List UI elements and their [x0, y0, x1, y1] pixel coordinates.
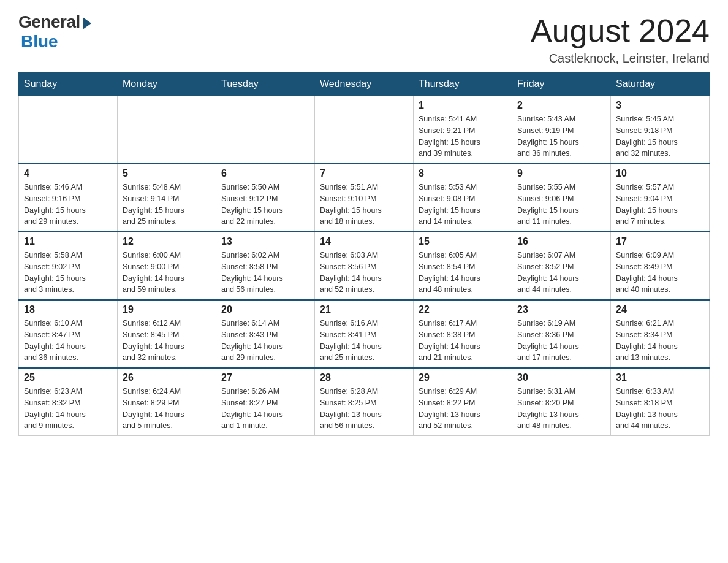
calendar-cell: 9Sunrise: 5:55 AM Sunset: 9:06 PM Daylig… — [512, 164, 611, 232]
calendar-cell: 22Sunrise: 6:17 AM Sunset: 8:38 PM Dayli… — [414, 300, 512, 368]
calendar-cell: 14Sunrise: 6:03 AM Sunset: 8:56 PM Dayli… — [315, 232, 414, 300]
day-number: 27 — [221, 372, 309, 383]
day-info: Sunrise: 6:02 AM Sunset: 8:58 PM Dayligh… — [221, 250, 309, 296]
logo-blue-text: Blue — [21, 32, 58, 51]
day-number: 9 — [517, 168, 605, 179]
day-info: Sunrise: 6:12 AM Sunset: 8:45 PM Dayligh… — [123, 318, 211, 364]
calendar-cell: 31Sunrise: 6:33 AM Sunset: 8:18 PM Dayli… — [611, 368, 710, 436]
day-number: 8 — [419, 168, 507, 179]
day-info: Sunrise: 6:09 AM Sunset: 8:49 PM Dayligh… — [616, 250, 704, 296]
day-number: 11 — [24, 236, 112, 247]
day-number: 26 — [123, 372, 211, 383]
day-info: Sunrise: 6:24 AM Sunset: 8:29 PM Dayligh… — [123, 386, 211, 432]
day-info: Sunrise: 5:41 AM Sunset: 9:21 PM Dayligh… — [419, 113, 507, 159]
day-info: Sunrise: 6:28 AM Sunset: 8:25 PM Dayligh… — [320, 386, 408, 432]
calendar-week-row: 11Sunrise: 5:58 AM Sunset: 9:02 PM Dayli… — [19, 232, 710, 300]
day-number: 25 — [24, 372, 112, 383]
calendar-cell: 29Sunrise: 6:29 AM Sunset: 8:22 PM Dayli… — [414, 368, 512, 436]
day-number: 3 — [616, 100, 704, 111]
day-info: Sunrise: 6:31 AM Sunset: 8:20 PM Dayligh… — [517, 386, 605, 432]
calendar-cell: 27Sunrise: 6:26 AM Sunset: 8:27 PM Dayli… — [216, 368, 315, 436]
calendar-cell: 21Sunrise: 6:16 AM Sunset: 8:41 PM Dayli… — [315, 300, 414, 368]
day-info: Sunrise: 5:45 AM Sunset: 9:18 PM Dayligh… — [616, 113, 704, 159]
header-tuesday: Tuesday — [216, 72, 315, 96]
calendar-week-row: 1Sunrise: 5:41 AM Sunset: 9:21 PM Daylig… — [19, 96, 710, 164]
calendar-cell — [315, 96, 414, 164]
calendar-cell: 15Sunrise: 6:05 AM Sunset: 8:54 PM Dayli… — [414, 232, 512, 300]
calendar-cell — [19, 96, 118, 164]
day-number: 30 — [517, 372, 605, 383]
day-info: Sunrise: 5:50 AM Sunset: 9:12 PM Dayligh… — [221, 182, 309, 228]
header-wednesday: Wednesday — [315, 72, 414, 96]
day-info: Sunrise: 6:03 AM Sunset: 8:56 PM Dayligh… — [320, 250, 408, 296]
logo-arrow-icon — [83, 17, 91, 29]
calendar-cell: 1Sunrise: 5:41 AM Sunset: 9:21 PM Daylig… — [414, 96, 512, 164]
day-info: Sunrise: 6:21 AM Sunset: 8:34 PM Dayligh… — [616, 318, 704, 364]
header-row: Sunday Monday Tuesday Wednesday Thursday… — [19, 72, 710, 96]
calendar-cell: 30Sunrise: 6:31 AM Sunset: 8:20 PM Dayli… — [512, 368, 611, 436]
calendar-week-row: 25Sunrise: 6:23 AM Sunset: 8:32 PM Dayli… — [19, 368, 710, 436]
day-info: Sunrise: 5:58 AM Sunset: 9:02 PM Dayligh… — [24, 250, 112, 296]
day-number: 23 — [517, 304, 605, 315]
header-sunday: Sunday — [19, 72, 118, 96]
calendar-cell — [118, 96, 216, 164]
header-thursday: Thursday — [414, 72, 512, 96]
day-number: 21 — [320, 304, 408, 315]
location-text: Castleknock, Leinster, Ireland — [531, 52, 710, 66]
day-number: 10 — [616, 168, 704, 179]
day-info: Sunrise: 5:46 AM Sunset: 9:16 PM Dayligh… — [24, 182, 112, 228]
day-info: Sunrise: 5:57 AM Sunset: 9:04 PM Dayligh… — [616, 182, 704, 228]
day-number: 13 — [221, 236, 309, 247]
day-number: 31 — [616, 372, 704, 383]
calendar-cell: 8Sunrise: 5:53 AM Sunset: 9:08 PM Daylig… — [414, 164, 512, 232]
day-info: Sunrise: 6:26 AM Sunset: 8:27 PM Dayligh… — [221, 386, 309, 432]
calendar-cell: 5Sunrise: 5:48 AM Sunset: 9:14 PM Daylig… — [118, 164, 216, 232]
title-block: August 2024 Castleknock, Leinster, Irela… — [531, 12, 710, 66]
day-number: 4 — [24, 168, 112, 179]
calendar-cell: 18Sunrise: 6:10 AM Sunset: 8:47 PM Dayli… — [19, 300, 118, 368]
day-info: Sunrise: 6:16 AM Sunset: 8:41 PM Dayligh… — [320, 318, 408, 364]
day-number: 5 — [123, 168, 211, 179]
calendar-week-row: 18Sunrise: 6:10 AM Sunset: 8:47 PM Dayli… — [19, 300, 710, 368]
day-info: Sunrise: 6:05 AM Sunset: 8:54 PM Dayligh… — [419, 250, 507, 296]
day-number: 14 — [320, 236, 408, 247]
day-info: Sunrise: 6:10 AM Sunset: 8:47 PM Dayligh… — [24, 318, 112, 364]
calendar-cell: 4Sunrise: 5:46 AM Sunset: 9:16 PM Daylig… — [19, 164, 118, 232]
calendar-cell: 11Sunrise: 5:58 AM Sunset: 9:02 PM Dayli… — [19, 232, 118, 300]
day-number: 18 — [24, 304, 112, 315]
calendar-cell: 10Sunrise: 5:57 AM Sunset: 9:04 PM Dayli… — [611, 164, 710, 232]
day-info: Sunrise: 6:19 AM Sunset: 8:36 PM Dayligh… — [517, 318, 605, 364]
calendar-cell — [216, 96, 315, 164]
day-info: Sunrise: 6:33 AM Sunset: 8:18 PM Dayligh… — [616, 386, 704, 432]
day-info: Sunrise: 6:07 AM Sunset: 8:52 PM Dayligh… — [517, 250, 605, 296]
day-number: 22 — [419, 304, 507, 315]
calendar-cell: 12Sunrise: 6:00 AM Sunset: 9:00 PM Dayli… — [118, 232, 216, 300]
day-info: Sunrise: 5:51 AM Sunset: 9:10 PM Dayligh… — [320, 182, 408, 228]
calendar-cell: 25Sunrise: 6:23 AM Sunset: 8:32 PM Dayli… — [19, 368, 118, 436]
header-monday: Monday — [118, 72, 216, 96]
calendar-cell: 6Sunrise: 5:50 AM Sunset: 9:12 PM Daylig… — [216, 164, 315, 232]
day-number: 7 — [320, 168, 408, 179]
calendar-cell: 13Sunrise: 6:02 AM Sunset: 8:58 PM Dayli… — [216, 232, 315, 300]
calendar-cell: 24Sunrise: 6:21 AM Sunset: 8:34 PM Dayli… — [611, 300, 710, 368]
calendar-cell: 23Sunrise: 6:19 AM Sunset: 8:36 PM Dayli… — [512, 300, 611, 368]
day-info: Sunrise: 6:00 AM Sunset: 9:00 PM Dayligh… — [123, 250, 211, 296]
day-number: 1 — [419, 100, 507, 111]
calendar-cell: 16Sunrise: 6:07 AM Sunset: 8:52 PM Dayli… — [512, 232, 611, 300]
calendar-header: Sunday Monday Tuesday Wednesday Thursday… — [19, 72, 710, 96]
day-number: 16 — [517, 236, 605, 247]
calendar-cell: 26Sunrise: 6:24 AM Sunset: 8:29 PM Dayli… — [118, 368, 216, 436]
day-info: Sunrise: 6:29 AM Sunset: 8:22 PM Dayligh… — [419, 386, 507, 432]
day-number: 17 — [616, 236, 704, 247]
logo-general-text: General — [18, 12, 80, 32]
day-info: Sunrise: 5:55 AM Sunset: 9:06 PM Dayligh… — [517, 182, 605, 228]
day-info: Sunrise: 6:14 AM Sunset: 8:43 PM Dayligh… — [221, 318, 309, 364]
month-title: August 2024 — [531, 12, 710, 49]
day-info: Sunrise: 6:17 AM Sunset: 8:38 PM Dayligh… — [419, 318, 507, 364]
day-info: Sunrise: 6:23 AM Sunset: 8:32 PM Dayligh… — [24, 386, 112, 432]
calendar-cell: 7Sunrise: 5:51 AM Sunset: 9:10 PM Daylig… — [315, 164, 414, 232]
calendar-table: Sunday Monday Tuesday Wednesday Thursday… — [18, 72, 710, 436]
day-info: Sunrise: 5:43 AM Sunset: 9:19 PM Dayligh… — [517, 113, 605, 159]
header-saturday: Saturday — [611, 72, 710, 96]
calendar-cell: 28Sunrise: 6:28 AM Sunset: 8:25 PM Dayli… — [315, 368, 414, 436]
